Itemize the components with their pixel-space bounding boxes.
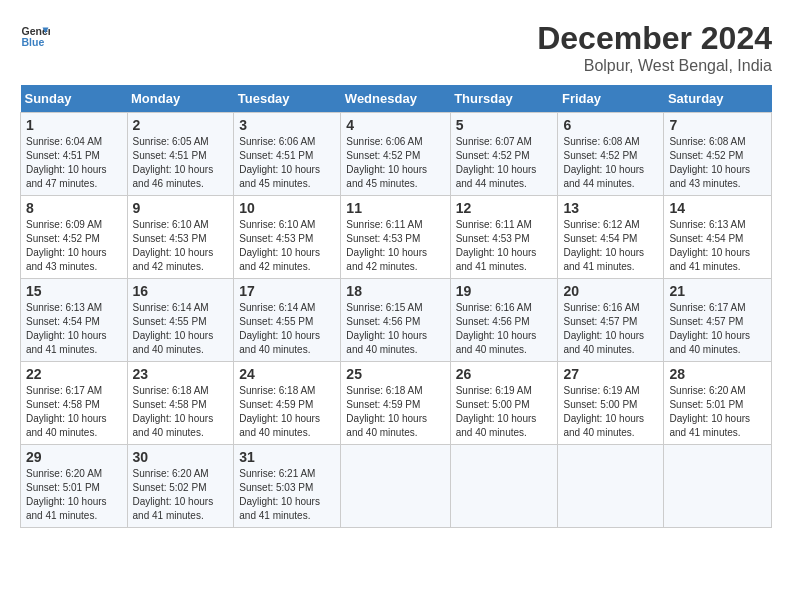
day-cell-30: 30 Sunrise: 6:20 AMSunset: 5:02 PMDaylig…: [127, 445, 234, 528]
day-info: Sunrise: 6:06 AMSunset: 4:52 PMDaylight:…: [346, 135, 444, 191]
day-number: 11: [346, 200, 444, 216]
day-number: 9: [133, 200, 229, 216]
day-cell-31: 31 Sunrise: 6:21 AMSunset: 5:03 PMDaylig…: [234, 445, 341, 528]
logo-icon: General Blue: [20, 20, 50, 50]
day-number: 21: [669, 283, 766, 299]
logo: General Blue: [20, 20, 50, 50]
day-info: Sunrise: 6:16 AMSunset: 4:56 PMDaylight:…: [456, 301, 553, 357]
day-number: 5: [456, 117, 553, 133]
col-wednesday: Wednesday: [341, 85, 450, 113]
day-number: 29: [26, 449, 122, 465]
day-cell-5: 5 Sunrise: 6:07 AMSunset: 4:52 PMDayligh…: [450, 113, 558, 196]
day-number: 3: [239, 117, 335, 133]
day-number: 1: [26, 117, 122, 133]
day-number: 13: [563, 200, 658, 216]
day-info: Sunrise: 6:20 AMSunset: 5:01 PMDaylight:…: [669, 384, 766, 440]
day-number: 12: [456, 200, 553, 216]
day-info: Sunrise: 6:20 AMSunset: 5:02 PMDaylight:…: [133, 467, 229, 523]
day-info: Sunrise: 6:17 AMSunset: 4:57 PMDaylight:…: [669, 301, 766, 357]
table-row: 8 Sunrise: 6:09 AMSunset: 4:52 PMDayligh…: [21, 196, 772, 279]
empty-cell: [450, 445, 558, 528]
day-number: 23: [133, 366, 229, 382]
col-saturday: Saturday: [664, 85, 772, 113]
day-number: 4: [346, 117, 444, 133]
day-cell-8: 8 Sunrise: 6:09 AMSunset: 4:52 PMDayligh…: [21, 196, 128, 279]
day-cell-23: 23 Sunrise: 6:18 AMSunset: 4:58 PMDaylig…: [127, 362, 234, 445]
day-number: 27: [563, 366, 658, 382]
calendar-subtitle: Bolpur, West Bengal, India: [537, 57, 772, 75]
day-info: Sunrise: 6:06 AMSunset: 4:51 PMDaylight:…: [239, 135, 335, 191]
day-cell-24: 24 Sunrise: 6:18 AMSunset: 4:59 PMDaylig…: [234, 362, 341, 445]
calendar-title: December 2024: [537, 20, 772, 57]
day-number: 22: [26, 366, 122, 382]
day-info: Sunrise: 6:10 AMSunset: 4:53 PMDaylight:…: [133, 218, 229, 274]
day-cell-18: 18 Sunrise: 6:15 AMSunset: 4:56 PMDaylig…: [341, 279, 450, 362]
day-cell-12: 12 Sunrise: 6:11 AMSunset: 4:53 PMDaylig…: [450, 196, 558, 279]
day-info: Sunrise: 6:14 AMSunset: 4:55 PMDaylight:…: [133, 301, 229, 357]
day-info: Sunrise: 6:10 AMSunset: 4:53 PMDaylight:…: [239, 218, 335, 274]
col-tuesday: Tuesday: [234, 85, 341, 113]
day-cell-1: 1 Sunrise: 6:04 AMSunset: 4:51 PMDayligh…: [21, 113, 128, 196]
day-info: Sunrise: 6:19 AMSunset: 5:00 PMDaylight:…: [563, 384, 658, 440]
day-number: 31: [239, 449, 335, 465]
day-cell-22: 22 Sunrise: 6:17 AMSunset: 4:58 PMDaylig…: [21, 362, 128, 445]
day-cell-26: 26 Sunrise: 6:19 AMSunset: 5:00 PMDaylig…: [450, 362, 558, 445]
svg-text:Blue: Blue: [22, 36, 45, 48]
day-number: 10: [239, 200, 335, 216]
day-cell-13: 13 Sunrise: 6:12 AMSunset: 4:54 PMDaylig…: [558, 196, 664, 279]
day-number: 19: [456, 283, 553, 299]
col-sunday: Sunday: [21, 85, 128, 113]
day-info: Sunrise: 6:18 AMSunset: 4:59 PMDaylight:…: [239, 384, 335, 440]
day-number: 6: [563, 117, 658, 133]
day-number: 18: [346, 283, 444, 299]
day-info: Sunrise: 6:20 AMSunset: 5:01 PMDaylight:…: [26, 467, 122, 523]
day-number: 15: [26, 283, 122, 299]
day-info: Sunrise: 6:17 AMSunset: 4:58 PMDaylight:…: [26, 384, 122, 440]
header-row: Sunday Monday Tuesday Wednesday Thursday…: [21, 85, 772, 113]
day-info: Sunrise: 6:12 AMSunset: 4:54 PMDaylight:…: [563, 218, 658, 274]
day-info: Sunrise: 6:07 AMSunset: 4:52 PMDaylight:…: [456, 135, 553, 191]
table-row: 29 Sunrise: 6:20 AMSunset: 5:01 PMDaylig…: [21, 445, 772, 528]
day-cell-27: 27 Sunrise: 6:19 AMSunset: 5:00 PMDaylig…: [558, 362, 664, 445]
day-cell-4: 4 Sunrise: 6:06 AMSunset: 4:52 PMDayligh…: [341, 113, 450, 196]
page-header: General Blue December 2024 Bolpur, West …: [20, 20, 772, 75]
col-monday: Monday: [127, 85, 234, 113]
day-number: 16: [133, 283, 229, 299]
day-info: Sunrise: 6:13 AMSunset: 4:54 PMDaylight:…: [669, 218, 766, 274]
day-cell-6: 6 Sunrise: 6:08 AMSunset: 4:52 PMDayligh…: [558, 113, 664, 196]
day-info: Sunrise: 6:11 AMSunset: 4:53 PMDaylight:…: [456, 218, 553, 274]
day-info: Sunrise: 6:16 AMSunset: 4:57 PMDaylight:…: [563, 301, 658, 357]
col-friday: Friday: [558, 85, 664, 113]
day-cell-14: 14 Sunrise: 6:13 AMSunset: 4:54 PMDaylig…: [664, 196, 772, 279]
day-cell-29: 29 Sunrise: 6:20 AMSunset: 5:01 PMDaylig…: [21, 445, 128, 528]
day-info: Sunrise: 6:11 AMSunset: 4:53 PMDaylight:…: [346, 218, 444, 274]
day-number: 7: [669, 117, 766, 133]
calendar-table: Sunday Monday Tuesday Wednesday Thursday…: [20, 85, 772, 528]
table-row: 1 Sunrise: 6:04 AMSunset: 4:51 PMDayligh…: [21, 113, 772, 196]
day-number: 28: [669, 366, 766, 382]
day-number: 17: [239, 283, 335, 299]
day-number: 30: [133, 449, 229, 465]
day-number: 26: [456, 366, 553, 382]
day-info: Sunrise: 6:18 AMSunset: 4:59 PMDaylight:…: [346, 384, 444, 440]
day-number: 2: [133, 117, 229, 133]
day-cell-10: 10 Sunrise: 6:10 AMSunset: 4:53 PMDaylig…: [234, 196, 341, 279]
day-number: 24: [239, 366, 335, 382]
day-number: 20: [563, 283, 658, 299]
day-cell-28: 28 Sunrise: 6:20 AMSunset: 5:01 PMDaylig…: [664, 362, 772, 445]
day-cell-11: 11 Sunrise: 6:11 AMSunset: 4:53 PMDaylig…: [341, 196, 450, 279]
day-info: Sunrise: 6:08 AMSunset: 4:52 PMDaylight:…: [563, 135, 658, 191]
day-info: Sunrise: 6:05 AMSunset: 4:51 PMDaylight:…: [133, 135, 229, 191]
col-thursday: Thursday: [450, 85, 558, 113]
day-cell-3: 3 Sunrise: 6:06 AMSunset: 4:51 PMDayligh…: [234, 113, 341, 196]
day-info: Sunrise: 6:21 AMSunset: 5:03 PMDaylight:…: [239, 467, 335, 523]
day-info: Sunrise: 6:18 AMSunset: 4:58 PMDaylight:…: [133, 384, 229, 440]
day-cell-21: 21 Sunrise: 6:17 AMSunset: 4:57 PMDaylig…: [664, 279, 772, 362]
day-cell-9: 9 Sunrise: 6:10 AMSunset: 4:53 PMDayligh…: [127, 196, 234, 279]
day-info: Sunrise: 6:08 AMSunset: 4:52 PMDaylight:…: [669, 135, 766, 191]
day-cell-2: 2 Sunrise: 6:05 AMSunset: 4:51 PMDayligh…: [127, 113, 234, 196]
day-info: Sunrise: 6:14 AMSunset: 4:55 PMDaylight:…: [239, 301, 335, 357]
day-cell-20: 20 Sunrise: 6:16 AMSunset: 4:57 PMDaylig…: [558, 279, 664, 362]
table-row: 15 Sunrise: 6:13 AMSunset: 4:54 PMDaylig…: [21, 279, 772, 362]
day-cell-16: 16 Sunrise: 6:14 AMSunset: 4:55 PMDaylig…: [127, 279, 234, 362]
